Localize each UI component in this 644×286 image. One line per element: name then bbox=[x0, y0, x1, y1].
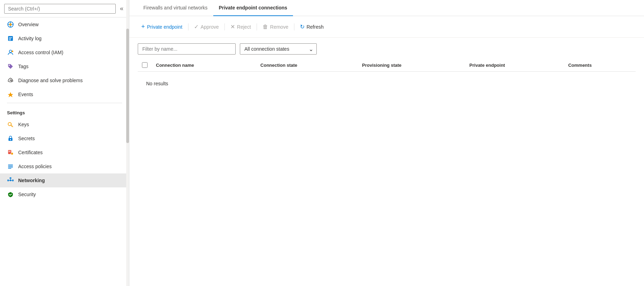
col-provisioning-state: Provisioning state bbox=[358, 59, 465, 72]
access-policies-icon bbox=[7, 163, 14, 170]
col-connection-name: Connection name bbox=[152, 59, 256, 72]
svg-point-10 bbox=[9, 50, 12, 52]
reject-label: Reject bbox=[237, 24, 251, 30]
no-results-message: No results bbox=[142, 75, 631, 92]
sidebar-item-diagnose[interactable]: Diagnose and solve problems bbox=[0, 73, 129, 87]
settings-section-label: Settings bbox=[0, 105, 129, 117]
plus-icon: + bbox=[141, 23, 145, 30]
security-icon bbox=[7, 191, 14, 198]
remove-button[interactable]: 🗑 Remove bbox=[259, 22, 292, 32]
svg-point-26 bbox=[8, 180, 9, 181]
svg-point-1 bbox=[9, 23, 12, 26]
table-header-row: Connection name Connection state Provisi… bbox=[138, 59, 636, 72]
sidebar-scrollbar-track bbox=[126, 0, 129, 286]
toolbar-divider-1 bbox=[188, 23, 188, 30]
tabs-bar: Firewalls and virtual networks Private e… bbox=[129, 0, 644, 16]
connection-state-filter[interactable]: All connection states Approved Pending R… bbox=[240, 43, 317, 55]
svg-rect-7 bbox=[9, 37, 12, 38]
sidebar-item-networking-label: Networking bbox=[18, 178, 45, 183]
refresh-button[interactable]: ↻ Refresh bbox=[296, 21, 327, 32]
svg-rect-19 bbox=[8, 152, 10, 152]
tags-icon bbox=[7, 63, 14, 70]
toolbar-divider-2 bbox=[224, 23, 225, 30]
svg-marker-13 bbox=[8, 92, 13, 97]
collapse-sidebar-button[interactable]: « bbox=[119, 3, 125, 14]
table-no-results-row: No results bbox=[138, 72, 636, 96]
tab-private-endpoints[interactable]: Private endpoint connections bbox=[213, 0, 293, 16]
sidebar-item-security[interactable]: Security bbox=[0, 187, 129, 201]
tab-firewalls[interactable]: Firewalls and virtual networks bbox=[138, 0, 213, 16]
sidebar-item-security-label: Security bbox=[18, 192, 36, 197]
main-content: Firewalls and virtual networks Private e… bbox=[129, 0, 644, 286]
sidebar-item-secrets-label: Secrets bbox=[18, 136, 35, 141]
add-private-endpoint-button[interactable]: + Private endpoint bbox=[138, 21, 186, 33]
svg-rect-9 bbox=[9, 40, 11, 40]
keys-icon bbox=[7, 121, 14, 128]
refresh-label: Refresh bbox=[307, 24, 324, 30]
sidebar-item-access-policies[interactable]: Access policies bbox=[0, 159, 129, 173]
sidebar-item-iam[interactable]: Access control (IAM) bbox=[0, 45, 129, 59]
sidebar-item-activity-log-label: Activity log bbox=[18, 36, 42, 41]
svg-point-11 bbox=[12, 50, 13, 52]
toolbar-divider-4 bbox=[294, 23, 294, 30]
diagnose-icon bbox=[7, 77, 14, 84]
sidebar-item-iam-label: Access control (IAM) bbox=[18, 50, 63, 55]
sidebar-item-tags-label: Tags bbox=[18, 64, 29, 69]
toolbar-divider-3 bbox=[257, 23, 257, 30]
remove-icon: 🗑 bbox=[263, 24, 268, 30]
svg-point-20 bbox=[11, 152, 13, 155]
approve-icon: ✓ bbox=[194, 23, 199, 30]
overview-icon bbox=[7, 21, 14, 28]
svg-point-28 bbox=[10, 178, 11, 179]
remove-label: Remove bbox=[270, 24, 288, 30]
reject-icon: ✕ bbox=[230, 23, 235, 30]
col-connection-state: Connection state bbox=[256, 59, 358, 72]
select-all-checkbox[interactable] bbox=[142, 62, 148, 68]
reject-button[interactable]: ✕ Reject bbox=[227, 21, 255, 32]
sidebar-item-keys[interactable]: Keys bbox=[0, 117, 129, 131]
svg-point-25 bbox=[10, 180, 12, 181]
svg-point-16 bbox=[10, 139, 11, 140]
search-bar: « bbox=[0, 0, 129, 17]
add-private-endpoint-label: Private endpoint bbox=[147, 24, 183, 30]
sidebar-item-diagnose-label: Diagnose and solve problems bbox=[18, 78, 83, 83]
filter-by-name-input[interactable] bbox=[138, 43, 236, 55]
sidebar-item-certificates[interactable]: Certificates bbox=[0, 145, 129, 159]
filter-row: All connection states Approved Pending R… bbox=[129, 38, 644, 59]
settings-divider bbox=[7, 103, 122, 103]
refresh-icon: ↻ bbox=[300, 23, 305, 30]
table-container: Connection name Connection state Provisi… bbox=[129, 59, 644, 286]
svg-point-27 bbox=[12, 180, 13, 181]
sidebar-item-tags[interactable]: Tags bbox=[0, 59, 129, 73]
sidebar: « Overview Activity log bbox=[0, 0, 129, 286]
certificates-icon bbox=[7, 149, 14, 156]
svg-rect-18 bbox=[8, 151, 11, 151]
sidebar-item-events-label: Events bbox=[18, 92, 33, 97]
search-input[interactable] bbox=[4, 4, 116, 14]
table-header-checkbox bbox=[138, 59, 152, 72]
sidebar-item-keys-label: Keys bbox=[18, 122, 29, 127]
svg-rect-8 bbox=[9, 38, 12, 39]
col-private-endpoint: Private endpoint bbox=[465, 59, 564, 72]
activity-log-icon bbox=[7, 35, 14, 42]
iam-icon bbox=[7, 49, 14, 56]
connections-table: Connection name Connection state Provisi… bbox=[138, 59, 636, 95]
networking-icon bbox=[7, 177, 14, 184]
sidebar-item-overview-label: Overview bbox=[18, 22, 38, 27]
sidebar-item-overview[interactable]: Overview bbox=[0, 17, 129, 31]
sidebar-item-access-policies-label: Access policies bbox=[18, 164, 52, 169]
sidebar-item-events[interactable]: Events bbox=[0, 87, 129, 101]
sidebar-item-activity-log[interactable]: Activity log bbox=[0, 31, 129, 45]
sidebar-item-certificates-label: Certificates bbox=[18, 150, 43, 155]
sidebar-item-secrets[interactable]: Secrets bbox=[0, 131, 129, 145]
col-comments: Comments bbox=[564, 59, 636, 72]
secrets-icon bbox=[7, 135, 14, 142]
sidebar-scrollbar-thumb bbox=[126, 29, 129, 143]
events-icon bbox=[7, 91, 14, 98]
sidebar-item-networking[interactable]: Networking bbox=[0, 173, 129, 187]
toolbar: + Private endpoint ✓ Approve ✕ Reject 🗑 … bbox=[129, 16, 644, 38]
connection-state-filter-wrapper: All connection states Approved Pending R… bbox=[240, 43, 317, 55]
svg-point-12 bbox=[9, 65, 10, 66]
approve-label: Approve bbox=[201, 24, 219, 30]
approve-button[interactable]: ✓ Approve bbox=[191, 21, 222, 32]
